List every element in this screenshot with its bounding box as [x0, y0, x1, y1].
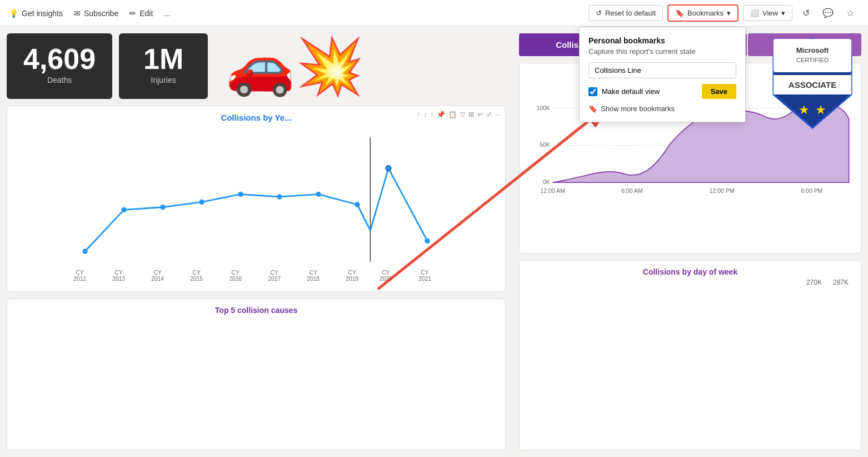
pencil-icon: ✏ [129, 9, 136, 18]
view-button[interactable]: ⬜ View ▾ [743, 5, 792, 21]
chevron-down-icon: ▾ [727, 9, 731, 17]
comment-button[interactable]: 💬 [819, 4, 837, 22]
star-button[interactable]: ☆ [841, 4, 859, 22]
svg-text:CY: CY [154, 270, 162, 276]
svg-text:CY: CY [271, 270, 278, 276]
collisions-by-year-panel: Collisions by Ye... ↑ ↓ ↕ 📌 📋 ▽ ⊞ ↩ ⤢ ··… [7, 106, 506, 292]
sort-icon[interactable]: ↕ [430, 111, 433, 118]
svg-text:CERTIFIED: CERTIFIED [796, 57, 829, 63]
svg-text:★: ★ [799, 103, 810, 117]
reset-icon: ↺ [596, 9, 602, 17]
more-button[interactable]: ... [164, 9, 171, 18]
day-of-week-value-1: 270K [806, 279, 822, 286]
svg-text:0K: 0K [543, 179, 550, 185]
sort-asc-icon[interactable]: ↑ [417, 111, 420, 118]
bookmarks-button[interactable]: 🔖 Bookmarks ▾ [667, 4, 739, 22]
svg-text:CY: CY [232, 270, 240, 276]
chart-toolbar: ↑ ↓ ↕ 📌 📋 ▽ ⊞ ↩ ⤢ ··· [417, 111, 501, 118]
make-default-label: Make default view [602, 87, 660, 96]
svg-text:12:00 PM: 12:00 PM [710, 188, 735, 194]
svg-text:2018: 2018 [307, 276, 320, 282]
bookmark-section-title: Personal bookmarks [588, 36, 736, 45]
day-of-week-title: Collisions by day of week [526, 267, 854, 276]
toolbar: 💡 Get insights ✉ Subscribe ✏ Edit ... ↺ … [0, 0, 868, 27]
reset-to-default-button[interactable]: ↺ Reset to default [588, 5, 663, 21]
get-insights-button[interactable]: 💡 Get insights [9, 9, 63, 18]
svg-text:ASSOCIATE: ASSOCIATE [789, 80, 836, 90]
car-collision-icon: 🚗💥 [214, 33, 376, 99]
make-default-checkbox[interactable] [588, 87, 597, 96]
top-collision-causes-panel: Top 5 collision causes [7, 299, 506, 450]
svg-text:CY: CY [421, 270, 428, 276]
svg-text:50K: 50K [540, 142, 550, 148]
svg-text:Microsoft: Microsoft [796, 46, 829, 54]
bookmark-name-input[interactable] [588, 62, 736, 78]
svg-text:CY: CY [348, 270, 356, 276]
svg-text:CY: CY [382, 270, 390, 276]
data-icon[interactable]: ⊞ [468, 111, 474, 118]
toolbar-right: ↺ Reset to default 🔖 Bookmarks ▾ ⬜ View … [588, 4, 859, 22]
svg-point-12 [199, 200, 204, 205]
refresh-button[interactable]: ↺ [797, 4, 815, 22]
bookmark-popup: Personal bookmarks Capture this report's… [579, 27, 746, 122]
deaths-label: Deaths [47, 76, 72, 85]
svg-point-11 [160, 205, 165, 210]
lightbulb-icon: 💡 [9, 9, 18, 18]
svg-text:2014: 2014 [151, 276, 164, 282]
stats-row: 4,609 Deaths 1M Injuries 🚗💥 [7, 33, 506, 99]
svg-text:12:00 AM: 12:00 AM [540, 188, 565, 194]
svg-text:2019: 2019 [346, 276, 358, 282]
svg-point-15 [316, 192, 321, 197]
svg-point-14 [277, 194, 282, 199]
svg-point-17 [386, 166, 391, 171]
svg-text:CY: CY [310, 270, 317, 276]
bookmark-save-button[interactable]: Save [702, 84, 736, 99]
bookmark-default-row: Make default view Save [588, 84, 736, 99]
svg-point-10 [121, 207, 126, 212]
svg-text:2015: 2015 [190, 276, 203, 282]
copy-icon[interactable]: 📋 [448, 111, 457, 118]
day-of-week-value-2: 287K [833, 279, 849, 286]
filter-icon[interactable]: ▽ [460, 111, 465, 118]
day-of-week-panel: Collisions by day of week 270K 287K [519, 260, 861, 451]
injuries-value: 1M [143, 44, 183, 73]
undo-icon[interactable]: ↩ [477, 111, 483, 118]
line-chart-svg: CY 2012 CY 2013 CY 2014 CY 2015 CY 2016 … [14, 127, 498, 282]
svg-point-16 [355, 202, 360, 207]
bookmark-icon: 🔖 [675, 9, 684, 17]
subscribe-button[interactable]: ✉ Subscribe [74, 9, 118, 18]
bookmark-section-desc: Capture this report's current state [588, 47, 736, 56]
edit-button[interactable]: ✏ Edit [129, 9, 153, 18]
view-icon: ⬜ [750, 9, 759, 17]
svg-text:2012: 2012 [73, 276, 86, 282]
mail-icon: ✉ [74, 9, 81, 18]
svg-text:2016: 2016 [229, 276, 242, 282]
svg-text:CY: CY [76, 270, 84, 276]
svg-text:2013: 2013 [112, 276, 125, 282]
top-causes-title: Top 5 collision causes [14, 306, 498, 315]
injuries-label: Injuries [151, 76, 176, 85]
expand-icon[interactable]: ⤢ [486, 111, 492, 118]
toolbar-left: 💡 Get insights ✉ Subscribe ✏ Edit ... [9, 9, 588, 18]
sort-desc-icon[interactable]: ↓ [423, 111, 427, 118]
ellipsis-icon[interactable]: ··· [495, 111, 501, 118]
svg-text:6:00 PM: 6:00 PM [801, 188, 822, 194]
left-panel: 4,609 Deaths 1M Injuries 🚗💥 Collisions b… [0, 27, 512, 457]
svg-text:2021: 2021 [418, 276, 431, 282]
svg-text:2020: 2020 [380, 276, 392, 282]
svg-text:CY: CY [115, 270, 123, 276]
svg-point-18 [425, 239, 430, 244]
svg-point-13 [238, 192, 243, 197]
svg-point-9 [82, 249, 87, 254]
svg-text:6:00 AM: 6:00 AM [621, 188, 642, 194]
badge-svg: Microsoft CERTIFIED ASSOCIATE ★ ★ [768, 33, 857, 133]
svg-text:100K: 100K [536, 105, 550, 111]
svg-text:2017: 2017 [268, 276, 281, 282]
pin-icon[interactable]: 📌 [437, 111, 445, 118]
ms-certified-badge: Microsoft CERTIFIED ASSOCIATE ★ ★ [768, 33, 857, 136]
chevron-down-icon-view: ▾ [781, 9, 785, 17]
show-more-bookmarks-button[interactable]: 🔖 Show more bookmarks [588, 105, 736, 113]
injuries-stat-card: 1M Injuries [119, 33, 208, 99]
deaths-value: 4,609 [23, 44, 96, 73]
deaths-stat-card: 4,609 Deaths [7, 33, 112, 99]
